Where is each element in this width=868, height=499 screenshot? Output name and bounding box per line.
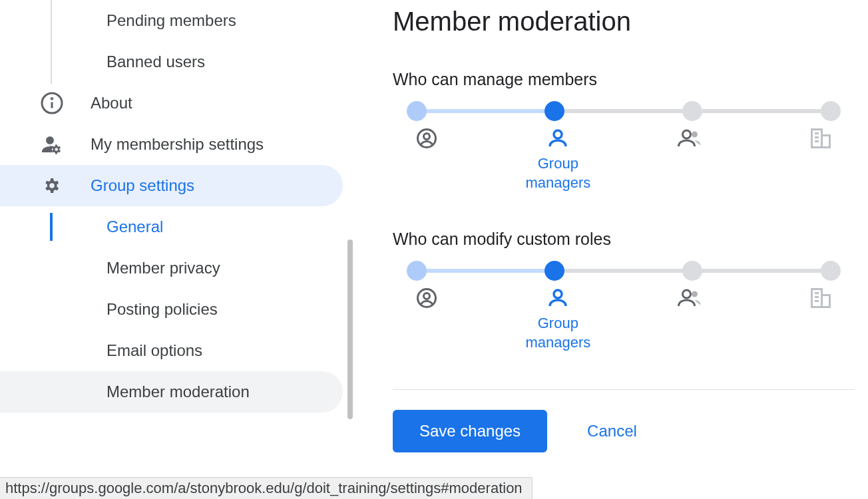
sidebar-item-about[interactable]: About <box>0 83 343 124</box>
sidebar-item-email-options[interactable]: Email options <box>0 330 343 371</box>
slider-stop-members[interactable] <box>682 261 702 281</box>
slider-stop-managers[interactable] <box>544 261 564 281</box>
slider-caption: Group managers <box>525 314 590 352</box>
slider-stop-org[interactable] <box>821 261 841 281</box>
slider-track <box>417 109 831 113</box>
svg-point-6 <box>682 130 690 138</box>
main-content: Member moderation Who can manage members… <box>353 0 868 499</box>
sidebar: Pending members Banned users About My me… <box>0 0 353 499</box>
sidebar-item-my-membership-settings[interactable]: My membership settings <box>0 124 343 165</box>
sidebar-item-member-privacy[interactable]: Member privacy <box>0 248 343 289</box>
page-title: Member moderation <box>393 7 855 37</box>
owner-icon <box>403 126 450 192</box>
svg-point-16 <box>682 290 690 298</box>
sidebar-item-label: My membership settings <box>91 135 264 154</box>
svg-point-2 <box>51 98 53 100</box>
svg-point-5 <box>554 130 562 138</box>
slider-stop-members[interactable] <box>682 101 702 121</box>
setting-label: Who can modify custom roles <box>393 230 855 249</box>
svg-point-14 <box>424 293 430 299</box>
svg-point-7 <box>692 132 698 138</box>
button-row: Save changes Cancel <box>393 410 855 452</box>
org-icon <box>797 126 844 192</box>
divider <box>393 389 855 390</box>
sidebar-item-label: Member moderation <box>107 383 250 401</box>
slider-stop-owners[interactable] <box>407 101 427 121</box>
setting-manage-members: Who can manage members Group managers <box>393 70 855 192</box>
slider-fill <box>417 109 554 113</box>
sidebar-item-label: General <box>107 218 163 236</box>
sidebar-item-label: Email options <box>107 341 202 360</box>
svg-point-4 <box>424 134 430 140</box>
sidebar-item-general[interactable]: General <box>0 206 343 248</box>
status-bar-url: https://groups.google.com/a/stonybrook.e… <box>0 477 533 499</box>
sidebar-item-group-settings[interactable]: Group settings <box>0 165 343 206</box>
slider-icon-row: Group managers <box>403 286 844 352</box>
gear-icon <box>40 174 64 198</box>
slider-icon-row: Group managers <box>403 126 844 192</box>
sidebar-item-label: Group settings <box>91 176 194 195</box>
person-gear-icon <box>40 132 64 156</box>
members-icon <box>666 126 713 192</box>
permission-slider[interactable] <box>417 269 831 273</box>
slider-stop-managers[interactable] <box>544 101 564 121</box>
cancel-button[interactable]: Cancel <box>587 422 637 440</box>
setting-modify-roles: Who can modify custom roles Group manage… <box>393 230 855 352</box>
sidebar-item-label: About <box>91 94 132 112</box>
sidebar-item-label: Banned users <box>107 53 205 71</box>
slider-caption: Group managers <box>525 154 590 192</box>
info-icon <box>40 91 64 115</box>
sidebar-item-label: Pending members <box>107 11 236 30</box>
save-button[interactable]: Save changes <box>393 410 547 452</box>
svg-rect-9 <box>821 136 829 148</box>
sidebar-scrollbar[interactable] <box>347 0 353 426</box>
sidebar-item-posting-policies[interactable]: Posting policies <box>0 289 343 330</box>
sidebar-item-label: Member privacy <box>107 259 220 277</box>
org-icon <box>797 286 844 352</box>
slider-fill <box>417 269 554 273</box>
slider-stop-owners[interactable] <box>407 261 427 281</box>
owner-icon <box>403 286 450 352</box>
scrollbar-thumb[interactable] <box>347 240 353 419</box>
tree-line <box>51 0 52 84</box>
svg-point-15 <box>554 290 562 298</box>
permission-slider[interactable] <box>417 109 831 113</box>
slider-track <box>417 269 831 273</box>
manager-icon: Group managers <box>535 126 581 192</box>
sidebar-item-label: Posting policies <box>107 300 218 319</box>
sidebar-item-member-moderation[interactable]: Member moderation <box>0 371 343 413</box>
svg-rect-19 <box>821 295 829 307</box>
slider-stop-org[interactable] <box>821 101 841 121</box>
svg-point-17 <box>692 291 698 297</box>
setting-label: Who can manage members <box>393 70 855 89</box>
members-icon <box>666 286 713 352</box>
manager-icon: Group managers <box>535 286 581 352</box>
